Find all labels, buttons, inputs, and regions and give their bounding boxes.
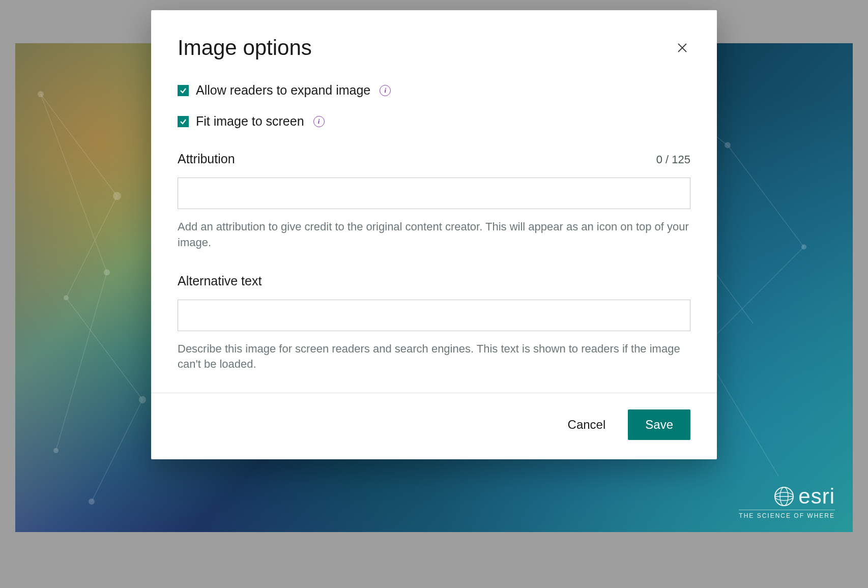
alt-text-section: Alternative text Describe this image for… <box>178 274 690 373</box>
svg-point-15 <box>139 396 146 403</box>
globe-icon <box>774 486 794 507</box>
fit-screen-label: Fit image to screen <box>196 114 304 129</box>
esri-brand-text: esri <box>798 484 835 509</box>
close-button[interactable] <box>674 40 690 56</box>
modal-title: Image options <box>178 36 312 60</box>
svg-point-13 <box>113 192 121 200</box>
svg-point-16 <box>104 269 110 275</box>
svg-line-4 <box>56 272 107 450</box>
svg-point-12 <box>38 91 44 97</box>
svg-point-18 <box>89 498 95 505</box>
check-icon <box>179 117 187 126</box>
attribution-help-text: Add an attribution to give credit to the… <box>178 219 690 251</box>
svg-point-17 <box>53 448 59 453</box>
modal-body: Allow readers to expand image i Fit imag… <box>151 75 717 393</box>
modal-footer: Cancel Save <box>151 393 717 459</box>
allow-expand-checkbox[interactable] <box>178 85 189 96</box>
attribution-label: Attribution <box>178 152 235 166</box>
svg-point-14 <box>64 296 69 301</box>
fit-screen-checkbox[interactable] <box>178 116 189 127</box>
attribution-input[interactable] <box>178 178 690 209</box>
attribution-counter: 0 / 125 <box>656 153 690 166</box>
close-icon <box>676 42 688 54</box>
allow-expand-label: Allow readers to expand image <box>196 83 370 98</box>
esri-tagline: THE SCIENCE OF WHERE <box>739 510 835 519</box>
svg-line-5 <box>92 400 142 502</box>
svg-line-1 <box>66 196 117 298</box>
fit-screen-row: Fit image to screen i <box>178 114 690 129</box>
svg-line-7 <box>728 145 804 247</box>
info-icon[interactable]: i <box>380 85 391 96</box>
save-button[interactable]: Save <box>628 409 690 440</box>
info-icon[interactable]: i <box>313 116 325 127</box>
cancel-button[interactable]: Cancel <box>560 410 614 439</box>
allow-expand-row: Allow readers to expand image i <box>178 83 690 98</box>
svg-line-8 <box>702 247 804 348</box>
svg-point-20 <box>801 244 806 249</box>
esri-logo: esri THE SCIENCE OF WHERE <box>739 484 835 519</box>
alt-text-input[interactable] <box>178 300 690 331</box>
check-icon <box>179 86 187 95</box>
svg-line-3 <box>41 94 107 272</box>
svg-point-19 <box>725 142 731 148</box>
alt-text-label: Alternative text <box>178 274 262 288</box>
modal-header: Image options <box>151 10 717 75</box>
image-options-modal: Image options Allow readers to expand im… <box>151 10 717 459</box>
svg-line-2 <box>66 298 142 400</box>
svg-line-0 <box>41 94 117 196</box>
attribution-section: Attribution 0 / 125 Add an attribution t… <box>178 152 690 251</box>
alt-text-help-text: Describe this image for screen readers a… <box>178 341 690 373</box>
